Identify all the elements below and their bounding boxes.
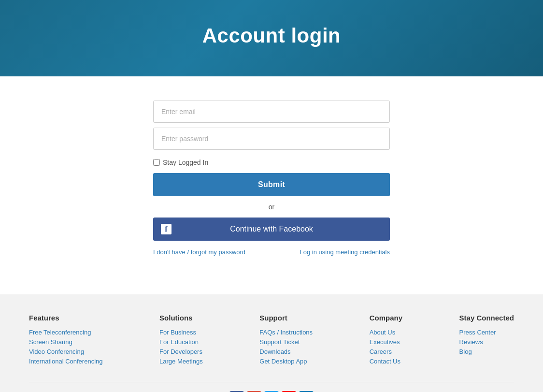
footer-col-support: Support FAQs / Instructions Support Tick… <box>259 314 313 367</box>
facebook-icon: f <box>161 224 171 234</box>
footer-link-about-us[interactable]: About Us <box>370 329 402 336</box>
facebook-icon-box: f <box>161 224 171 234</box>
footer-link-free-teleconferencing[interactable]: Free Teleconferencing <box>29 329 103 336</box>
footer-link-desktop-app[interactable]: Get Desktop App <box>259 358 313 365</box>
footer-link-reviews[interactable]: Reviews <box>459 338 514 346</box>
footer-link-large-meetings[interactable]: Large Meetings <box>159 358 203 365</box>
footer-link-for-developers[interactable]: For Developers <box>159 348 203 355</box>
footer-link-international-conferencing[interactable]: International Conferencing <box>29 358 103 365</box>
footer-link-blog[interactable]: Blog <box>459 348 514 355</box>
page-title: Account login <box>0 24 543 47</box>
footer: Features Free Teleconferencing Screen Sh… <box>0 294 543 392</box>
footer-link-contact-us[interactable]: Contact Us <box>370 358 402 365</box>
footer-link-for-business[interactable]: For Business <box>159 329 203 336</box>
footer-features-heading: Features <box>29 314 103 322</box>
footer-solutions-heading: Solutions <box>159 314 203 322</box>
main-content: Stay Logged In Submit or f Continue with… <box>0 76 543 294</box>
footer-link-video-conferencing[interactable]: Video Conferencing <box>29 348 103 355</box>
stay-logged-container: Stay Logged In <box>153 159 390 166</box>
footer-stay-connected-heading: Stay Connected <box>459 314 514 322</box>
email-field[interactable] <box>153 101 390 123</box>
links-row: I don't have / forgot my password Log in… <box>153 248 390 256</box>
meeting-credentials-link[interactable]: Log in using meeting credentials <box>300 248 390 256</box>
stay-logged-label: Stay Logged In <box>163 159 208 166</box>
stay-logged-checkbox[interactable] <box>153 159 160 166</box>
footer-link-downloads[interactable]: Downloads <box>259 348 313 355</box>
footer-link-screen-sharing[interactable]: Screen Sharing <box>29 338 103 346</box>
or-divider: or <box>153 203 390 211</box>
footer-col-features: Features Free Teleconferencing Screen Sh… <box>29 314 103 367</box>
footer-columns: Features Free Teleconferencing Screen Sh… <box>29 314 514 382</box>
footer-col-stay-connected: Stay Connected Press Center Reviews Blog <box>459 314 514 367</box>
login-form: Stay Logged In Submit or f Continue with… <box>153 101 390 256</box>
footer-link-executives[interactable]: Executives <box>370 338 402 346</box>
footer-link-faqs[interactable]: FAQs / Instructions <box>259 329 313 336</box>
footer-support-heading: Support <box>259 314 313 322</box>
footer-col-solutions: Solutions For Business For Education For… <box>159 314 203 367</box>
footer-link-for-education[interactable]: For Education <box>159 338 203 346</box>
forgot-password-link[interactable]: I don't have / forgot my password <box>153 248 245 256</box>
footer-link-support-ticket[interactable]: Support Ticket <box>259 338 313 346</box>
footer-col-company: Company About Us Executives Careers Cont… <box>370 314 402 367</box>
facebook-button[interactable]: f Continue with Facebook <box>153 218 390 241</box>
password-field[interactable] <box>153 128 390 150</box>
footer-link-careers[interactable]: Careers <box>370 348 402 355</box>
facebook-button-label: Continue with Facebook <box>230 225 313 233</box>
footer-company-heading: Company <box>370 314 402 322</box>
footer-link-press-center[interactable]: Press Center <box>459 329 514 336</box>
page-header: Account login <box>0 0 543 76</box>
submit-button[interactable]: Submit <box>153 173 390 196</box>
footer-social: f g+ t ▶ in <box>29 382 514 392</box>
